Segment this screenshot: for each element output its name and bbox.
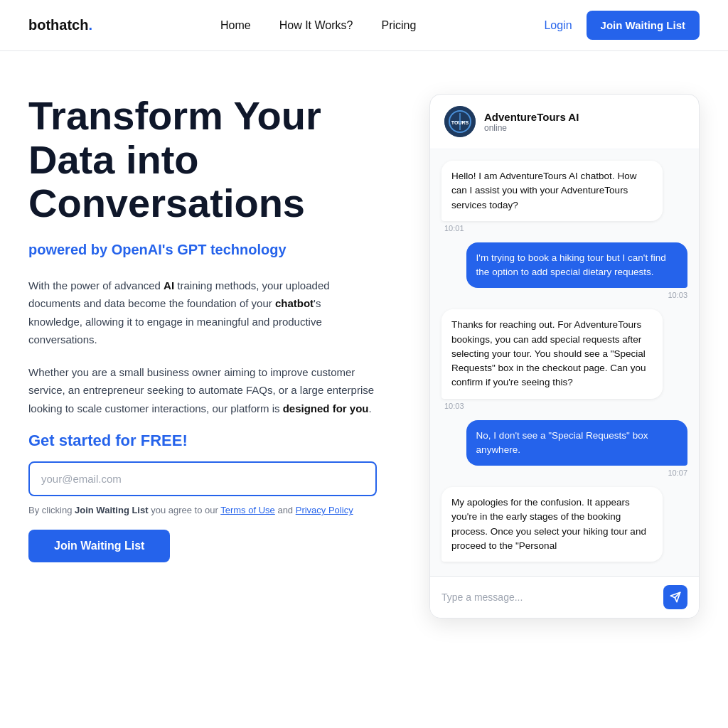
message-1-time: 10:01	[444, 224, 464, 232]
message-3-time: 10:03	[444, 402, 464, 410]
chat-messages: Hello! I am AdventureTours AI chatbot. H…	[430, 149, 699, 576]
chat-avatar: TOURS	[444, 106, 476, 137]
agree-text: By clicking Join Waiting List you agree …	[28, 505, 377, 515]
chat-bot-name: AdventureTours AI	[484, 111, 579, 123]
terms-link[interactable]: Terms of Use	[220, 505, 275, 515]
nav-pricing[interactable]: Pricing	[381, 19, 416, 32]
chat-input-row	[430, 576, 699, 618]
message-2-time: 10:03	[668, 291, 687, 299]
chat-send-button[interactable]	[663, 585, 687, 609]
hero-section: Transform Your Data into Conversations p…	[0, 51, 728, 647]
privacy-link[interactable]: Privacy Policy	[296, 505, 353, 515]
message-2-bubble: I'm trying to book a hiking tour but I c…	[466, 242, 687, 289]
chat-widget: TOURS AdventureTours AI online Hello! I …	[429, 94, 700, 619]
message-4: No, I don't see a "Special Requests" box…	[441, 420, 687, 478]
hero-right: TOURS AdventureTours AI online Hello! I …	[405, 94, 700, 619]
email-input[interactable]	[28, 461, 377, 496]
message-5: My apologies for the confusion. It appea…	[441, 487, 687, 562]
message-3: Thanks for reaching out. For AdventureTo…	[441, 309, 687, 410]
chat-bot-info: AdventureTours AI online	[484, 111, 579, 133]
chat-bot-status: online	[484, 123, 579, 133]
hero-body-2: Whether you are a small business owner a…	[28, 363, 377, 418]
message-1-bubble: Hello! I am AdventureTours AI chatbot. H…	[441, 161, 663, 221]
message-4-bubble: No, I don't see a "Special Requests" box…	[466, 420, 687, 466]
join-waiting-list-hero-button[interactable]: Join Waiting List	[28, 530, 170, 562]
hero-left: Transform Your Data into Conversations p…	[28, 94, 377, 562]
message-5-bubble: My apologies for the confusion. It appea…	[441, 487, 663, 562]
nav-actions: Login Join Waiting List	[544, 11, 700, 40]
svg-text:TOURS: TOURS	[451, 120, 469, 125]
login-button[interactable]: Login	[544, 19, 572, 32]
message-3-bubble: Thanks for reaching out. For AdventureTo…	[441, 309, 663, 398]
hero-body-1: With the power of advanced AI training m…	[28, 277, 377, 349]
navbar: bothatch. Home How It Works? Pricing Log…	[0, 0, 728, 51]
chat-input[interactable]	[441, 592, 656, 603]
logo: bothatch.	[28, 17, 92, 33]
message-1: Hello! I am AdventureTours AI chatbot. H…	[441, 161, 687, 232]
logo-text: bothatch.	[28, 17, 92, 33]
chat-header: TOURS AdventureTours AI online	[430, 95, 699, 149]
message-4-time: 10:07	[668, 469, 687, 477]
hero-title: Transform Your Data into Conversations	[28, 94, 377, 225]
nav-links: Home How It Works? Pricing	[220, 19, 416, 32]
join-waiting-list-nav-button[interactable]: Join Waiting List	[587, 11, 700, 40]
hero-subtitle: powered by OpenAI's GPT technology	[28, 240, 377, 259]
message-2: I'm trying to book a hiking tour but I c…	[441, 242, 687, 300]
nav-home[interactable]: Home	[220, 19, 251, 32]
nav-how-it-works[interactable]: How It Works?	[279, 19, 353, 32]
cta-label: Get started for FREE!	[28, 432, 377, 450]
